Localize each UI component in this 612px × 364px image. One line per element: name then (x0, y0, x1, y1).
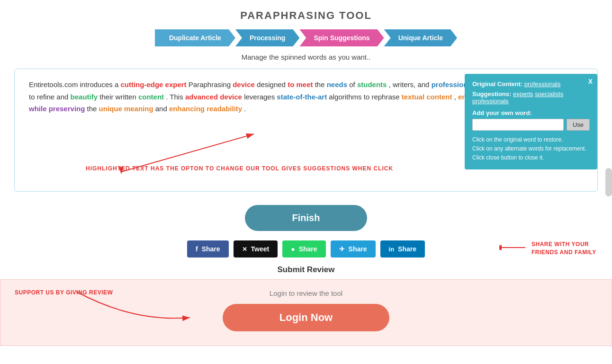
popup-close-button[interactable]: X (588, 78, 593, 85)
share-wa-label: Share (299, 245, 317, 253)
highlight-advanced: advanced device (185, 93, 242, 101)
popup-instruction-1: Click on the original word to restore. (472, 135, 590, 144)
highlight-state-art: state-of-the-art (277, 93, 327, 101)
popup-instruction-2: Click on any alternate words for replace… (472, 144, 590, 153)
support-text: SUPPORT US BY GIVING REVIEW (15, 289, 113, 296)
finish-container: Finish (0, 205, 612, 231)
text-designed: designed (257, 80, 288, 89)
share-telegram-button[interactable]: ✈ Share (331, 240, 376, 257)
text-and: and (155, 105, 169, 113)
content-box: Entiretools.com introduces a cutting-edg… (14, 69, 598, 192)
finish-button[interactable]: Finish (245, 205, 368, 231)
subtitle: Manage the spinned words as you want.. (0, 53, 612, 61)
text-algo: algorithms to rephrase (329, 93, 401, 101)
highlight-enhancing: enhancing readability (169, 105, 242, 113)
highlight-beautify: beautify (71, 93, 98, 101)
popup-instruction-3: Click close button to close it. (472, 153, 590, 162)
scrollbar-indicator[interactable] (605, 168, 612, 196)
step-unique[interactable]: Unique Article (384, 29, 457, 46)
steps-container: Duplicate Article Processing Spin Sugges… (0, 29, 612, 46)
facebook-icon: f (196, 245, 198, 253)
twitter-icon: ✕ (242, 246, 247, 253)
popup-original-word[interactable]: professionals (524, 80, 561, 88)
popup-original-row: Original Content: professionals (472, 80, 590, 88)
popup-word-input[interactable] (472, 119, 564, 131)
text-their: their written (99, 93, 138, 101)
linkedin-icon: in (389, 246, 395, 253)
highlight-device: device (233, 80, 255, 89)
share-linkedin-button[interactable]: in Share (380, 240, 425, 257)
login-section: SUPPORT US BY GIVING REVIEW Login to rev… (0, 279, 612, 346)
highlight-unique-meaning: unique meaning (99, 105, 153, 113)
highlight-students: students (357, 80, 387, 89)
highlight-while-preserving: while preserving (29, 105, 85, 113)
share-arrow-icon (499, 240, 528, 255)
share-x-label: Tweet (251, 245, 270, 253)
popup-suggestion-0[interactable]: experts (513, 90, 533, 98)
text-this: . This (166, 93, 185, 101)
share-facebook-button[interactable]: f Share (187, 240, 229, 257)
text-comma: , (454, 93, 458, 101)
share-li-label: Share (398, 245, 416, 253)
step-duplicate[interactable]: Duplicate Article (155, 29, 235, 46)
popup-suggestions-label: Suggestions: (472, 90, 511, 98)
text-leverages: leverages (244, 93, 277, 101)
text-paraphrasing: Paraphrasing (189, 80, 233, 89)
share-annotation: SHARE WITH YOUR FRIENDS AND FAMILY (499, 240, 598, 257)
share-whatsapp-button[interactable]: ● Share (282, 240, 325, 257)
step-spin[interactable]: Spin Suggestions (299, 29, 384, 46)
highlight-content: content (138, 93, 164, 101)
step-processing[interactable]: Processing (235, 29, 299, 46)
whatsapp-icon: ● (291, 245, 295, 253)
share-row: f Share ✕ Tweet ● Share ✈ Share in Share (0, 240, 612, 257)
popup-original-label: Original Content: (472, 80, 522, 88)
text-intro: Entiretools.com introduces a (29, 80, 120, 89)
text-the: the (315, 80, 327, 89)
popup-add-label: Add your own word: (472, 109, 590, 116)
page-title: PARAPHRASING TOOL (0, 9, 612, 22)
text-writers: , writers, and (389, 80, 432, 89)
login-now-button[interactable]: Login Now (223, 304, 389, 331)
share-annotation-text: SHARE WITH YOUR FRIENDS AND FAMILY (531, 240, 598, 257)
annotation-label: HIGHLIGHTED TEXT HAS THE OPTON TO CHANGE… (86, 165, 393, 172)
highlight-cutting-edge: cutting-edge expert (120, 80, 186, 89)
popup-input-row: Use (472, 119, 590, 131)
text-the2: the (87, 105, 99, 113)
text-period: . (244, 105, 246, 113)
text-of: of (349, 80, 357, 89)
popup-box: X Original Content: professionals Sugges… (465, 74, 597, 169)
share-twitter-button[interactable]: ✕ Tweet (234, 240, 278, 257)
popup-suggestion-2[interactable]: professionals (472, 98, 509, 105)
text-to-refine: to refine and (29, 93, 71, 101)
support-arrow-icon (0, 280, 237, 332)
share-fb-label: Share (202, 245, 220, 253)
telegram-icon: ✈ (339, 245, 345, 253)
support-annotation: SUPPORT US BY GIVING REVIEW (15, 289, 113, 296)
highlight-textual: textual content (402, 93, 452, 101)
popup-suggestion-1[interactable]: specialists (535, 90, 563, 98)
submit-review-title: Submit Review (0, 265, 612, 275)
highlight-to-meet: to meet (288, 80, 313, 89)
share-tg-label: Share (349, 245, 367, 253)
popup-use-button[interactable]: Use (567, 119, 590, 131)
popup-instructions: Click on the original word to restore. C… (472, 135, 590, 163)
highlight-needs: needs (327, 80, 347, 89)
popup-suggestions-row: Suggestions: experts specialists profess… (472, 90, 590, 105)
